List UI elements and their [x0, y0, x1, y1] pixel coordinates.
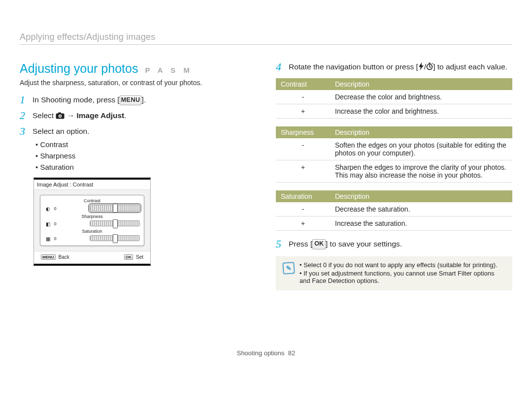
- step-3-bullet: Saturation: [35, 161, 256, 173]
- note-item: Select 0 if you do not want to apply any…: [299, 261, 505, 269]
- slider-label: Sharpness: [44, 214, 140, 219]
- th-description: Description: [330, 190, 512, 202]
- slider-thumb: [113, 234, 118, 243]
- step-3: 3 Select an option. Contrast Sharpness S…: [20, 126, 256, 173]
- step-2: 2 Select → Image Adjust.: [20, 110, 256, 121]
- td-key: +: [276, 104, 330, 118]
- menu-button-glyph: MENU: [120, 95, 142, 106]
- contrast-icon: ◐: [44, 205, 51, 212]
- svg-line-7: [430, 67, 431, 67]
- note-box: ✎ Select 0 if you do not want to apply a…: [276, 256, 512, 290]
- mode-letters: P A S M: [145, 66, 192, 74]
- slider-thumb: [113, 219, 118, 228]
- svg-rect-1: [58, 113, 61, 114]
- camera-panel: Contrast ◐ 0 Sharpness ◧ 0 Saturation ▦ …: [40, 195, 144, 246]
- contrast-table: ContrastDescription -Decrease the color …: [276, 78, 512, 119]
- footer-section: Shooting options: [237, 349, 285, 357]
- step-5-post: ] to save your settings.: [326, 240, 402, 248]
- td-key: +: [276, 216, 330, 230]
- step-2-text-pre: Select: [33, 111, 56, 120]
- step-3-bullet: Contrast: [35, 139, 256, 150]
- th-saturation: Saturation: [276, 190, 330, 202]
- svg-line-9: [432, 63, 433, 64]
- sharpness-slider: [90, 220, 140, 226]
- step-number: 2: [20, 110, 28, 121]
- svg-marker-4: [419, 62, 424, 70]
- step-4-post: ] to adjust each value.: [433, 62, 507, 71]
- th-description: Description: [330, 78, 512, 90]
- slider-value: 0: [53, 221, 57, 226]
- slider-label: Contrast: [44, 198, 140, 203]
- th-sharpness: Sharpness: [276, 126, 330, 138]
- set-label: Set: [136, 254, 143, 260]
- saturation-slider: [90, 235, 140, 241]
- ok-mini-button: OK: [124, 254, 133, 260]
- slider-value: 0: [53, 206, 57, 211]
- th-contrast: Contrast: [276, 78, 330, 90]
- page-subtitle: Adjust the sharpness, saturation, or con…: [20, 79, 256, 87]
- step-1-text-pre: In Shooting mode, press [: [33, 95, 120, 104]
- right-column: 4 Rotate the navigation button or press …: [276, 62, 512, 290]
- page-footer: Shooting options 82: [20, 349, 512, 357]
- note-icon: ✎: [282, 262, 295, 275]
- td-desc: Increase the color and brightness.: [330, 104, 512, 118]
- svg-point-3: [60, 116, 61, 117]
- camera-screenshot: Image Adjust : Contrast Contrast ◐ 0 Sha…: [33, 178, 151, 266]
- td-desc: Increase the saturation.: [330, 216, 512, 230]
- ok-button-glyph: OK: [312, 239, 326, 249]
- step-number: 4: [276, 62, 284, 72]
- step-3-bullet: Sharpness: [35, 150, 256, 161]
- camera-header: Image Adjust : Contrast: [34, 180, 150, 190]
- contrast-slider: [90, 205, 140, 212]
- step-number: 5: [276, 239, 284, 249]
- left-column: Adjusting your photos P A S M Adjust the…: [20, 62, 256, 290]
- step-5-pre: Press [: [289, 240, 312, 248]
- flash-icon: [418, 62, 424, 73]
- td-key: -: [276, 202, 330, 216]
- sharpness-table: SharpnessDescription -Soften the edges o…: [276, 126, 512, 183]
- saturation-table: SaturationDescription -Decrease the satu…: [276, 190, 512, 231]
- note-item: If you set adjustment functions, you can…: [299, 270, 505, 284]
- footer-page: 82: [288, 349, 295, 357]
- td-key: -: [276, 138, 330, 160]
- page-title: Adjusting your photos: [20, 62, 138, 76]
- back-label: Back: [59, 254, 69, 260]
- slider-label: Saturation: [44, 229, 140, 234]
- step-2-arrow: →: [67, 111, 77, 120]
- sharpness-icon: ◧: [44, 220, 51, 227]
- step-4-pre: Rotate the navigation button or press [: [289, 62, 418, 71]
- td-desc: Soften the edges on your photos (suitabl…: [330, 138, 512, 160]
- step-1-text-post: ].: [141, 95, 146, 104]
- slider-value: 0: [53, 236, 57, 241]
- svg-rect-8: [429, 63, 431, 64]
- td-key: -: [276, 90, 330, 104]
- menu-mini-button: MENU: [41, 254, 56, 260]
- camera-icon: [56, 112, 65, 119]
- td-key: +: [276, 160, 330, 182]
- td-desc: Sharpen the edges to improve the clarity…: [330, 160, 512, 182]
- step-4: 4 Rotate the navigation button or press …: [276, 62, 512, 73]
- td-desc: Decrease the color and brightness.: [330, 90, 512, 104]
- timer-icon: [426, 62, 433, 73]
- breadcrumb: Applying effects/Adjusting images: [20, 32, 512, 45]
- slider-thumb: [113, 204, 118, 213]
- th-description: Description: [330, 126, 512, 138]
- td-desc: Decrease the saturation.: [330, 202, 512, 216]
- step-5: 5 Press [OK] to save your settings.: [276, 239, 512, 249]
- step-1: 1 In Shooting mode, press [MENU].: [20, 94, 256, 105]
- step-2-bold: Image Adjust: [77, 111, 125, 120]
- saturation-icon: ▦: [44, 235, 51, 242]
- step-number: 1: [20, 94, 28, 105]
- step-number: 3: [20, 126, 28, 137]
- step-2-post: .: [124, 111, 126, 120]
- step-3-text: Select an option.: [33, 127, 89, 135]
